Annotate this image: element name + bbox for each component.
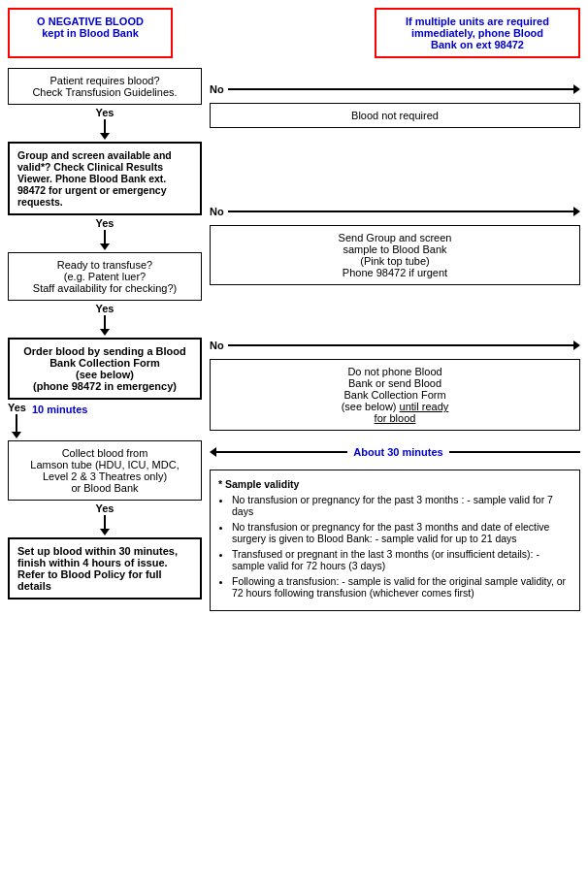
blood-not-required-text: Blood not required: [351, 110, 439, 121]
about-30-row: About 30 minutes: [210, 446, 580, 458]
h-arrow-no-3: No: [210, 340, 580, 351]
blood-not-required-box: Blood not required: [210, 103, 580, 128]
phone-line1: If multiple units are required: [406, 16, 549, 27]
yes-10min-row: Yes 10 minutes: [8, 402, 202, 440]
spacer-1: [210, 138, 580, 198]
send-group-screen-text: Send Group and screensample to Blood Ban…: [339, 232, 452, 278]
sample-validity-item-2: No transfusion or pregnancy for the past…: [232, 521, 572, 544]
h-arrow-no-2: No: [210, 206, 580, 217]
no-row-3: No: [210, 338, 580, 353]
right-flow-col: No Blood not required No Send Group an: [210, 68, 580, 611]
left-flow-col: Patient requires blood?Check Transfusion…: [8, 68, 202, 611]
yes-label-5: Yes: [96, 502, 114, 514]
do-not-phone-box: Do not phone BloodBank or send BloodBank…: [210, 359, 580, 431]
arrow-yes-3: Yes: [96, 303, 114, 336]
page-container: O NEGATIVE BLOOD kept in Blood Bank If m…: [8, 8, 580, 611]
arrow-yes-5: Yes: [96, 502, 114, 535]
node1-box: Patient requires blood?Check Transfusion…: [8, 68, 202, 105]
send-group-screen-box: Send Group and screensample to Blood Ban…: [210, 225, 580, 285]
node5-box: Collect blood fromLamson tube (HDU, ICU,…: [8, 440, 202, 501]
top-row: O NEGATIVE BLOOD kept in Blood Bank If m…: [8, 8, 580, 58]
about-30-label: About 30 minutes: [347, 446, 448, 458]
arrow-yes-2: Yes: [96, 217, 114, 250]
node4-box: Order blood by sending a BloodBank Colle…: [8, 338, 202, 400]
do-not-phone-text: Do not phone BloodBank or send BloodBank…: [342, 366, 449, 424]
sample-validity-item-3: Transfused or pregnant in the last 3 mon…: [232, 548, 572, 571]
node4-text: Order blood by sending a BloodBank Colle…: [23, 345, 185, 392]
sample-validity-item-4: Following a transfusion: - sample is val…: [232, 575, 572, 599]
back-arrow-icon: [210, 447, 216, 457]
arrow-yes-1: Yes: [96, 107, 114, 140]
sample-validity-item-1: No transfusion or pregnancy for the past…: [232, 494, 572, 517]
no-row-1: No: [210, 81, 580, 97]
ten-minutes-label: 10 minutes: [32, 404, 87, 415]
o-negative-blood-box: O NEGATIVE BLOOD kept in Blood Bank: [8, 8, 173, 58]
node6-rest-text: Refer to Blood Policy for full details: [17, 568, 162, 592]
node3-box: Ready to transfuse?(e.g. Patent luer?Sta…: [8, 252, 202, 301]
sample-validity-box: * Sample validity No transfusion or preg…: [210, 470, 580, 611]
node6-box: Set up blood within 30 minutes, finish w…: [8, 537, 202, 600]
no-row-2: No: [210, 204, 580, 219]
yes-label-4: Yes: [8, 402, 26, 413]
phone-blood-bank-box: If multiple units are required immediate…: [375, 8, 580, 58]
no-label-2: No: [210, 206, 224, 217]
sample-validity-title: * Sample validity: [218, 478, 572, 490]
node2-box: Group and screen available and valid*? C…: [8, 142, 202, 215]
node1-text: Patient requires blood?Check Transfusion…: [32, 75, 177, 98]
arrow-yes-4: Yes: [8, 402, 26, 438]
no-label-3: No: [210, 340, 224, 351]
yes-label-2: Yes: [96, 217, 114, 229]
yes-label-3: Yes: [96, 303, 114, 314]
phone-line2: immediately, phone Blood: [411, 27, 543, 39]
phone-line3: Bank on ext 98472: [431, 39, 524, 50]
node6-bold-text: Set up blood within 30 minutes, finish w…: [17, 545, 178, 568]
main-flow: Patient requires blood?Check Transfusion…: [8, 68, 580, 611]
o-neg-line2: kept in Blood Bank: [42, 27, 139, 39]
back-arrow-line: [216, 451, 347, 453]
back-arrow-line2: [449, 451, 580, 453]
h-arrow-no-1: No: [210, 83, 580, 95]
o-neg-line1: O NEGATIVE BLOOD: [37, 16, 144, 27]
yes-label-1: Yes: [96, 107, 114, 118]
node3-text: Ready to transfuse?(e.g. Patent luer?Sta…: [33, 259, 177, 294]
sample-validity-list: No transfusion or pregnancy for the past…: [218, 494, 572, 599]
no-label-1: No: [210, 83, 224, 95]
node5-text: Collect blood fromLamson tube (HDU, ICU,…: [30, 447, 179, 494]
spacer-2: [210, 295, 580, 332]
